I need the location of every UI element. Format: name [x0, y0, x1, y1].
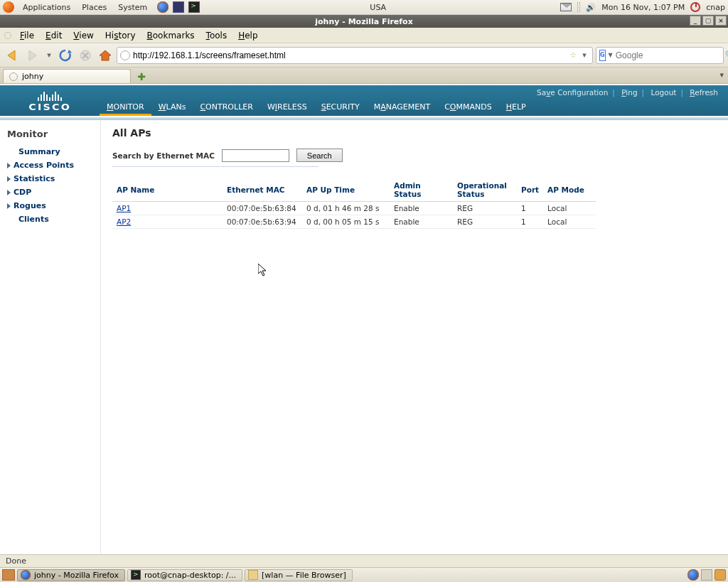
home-button[interactable] [97, 47, 114, 64]
window-close-button[interactable]: × [715, 16, 727, 26]
ap-link[interactable]: AP2 [117, 217, 131, 226]
firefox-icon [21, 570, 31, 580]
cell-port: 1 [517, 202, 543, 215]
tab-label: johny [22, 72, 43, 81]
sidebar-item-rogues[interactable]: Rogues [0, 199, 100, 212]
menu-edit[interactable]: Edit [40, 29, 68, 42]
firefox-tabbar: johny ✚ ▾ [0, 68, 728, 84]
tab-list-dropdown[interactable]: ▾ [719, 70, 724, 80]
col-ap-mode[interactable]: AP Mode [543, 178, 596, 202]
show-desktop-button[interactable] [2, 569, 15, 581]
gnome-menu-system[interactable]: System [112, 1, 153, 14]
window-minimize-button[interactable]: _ [690, 16, 701, 26]
mac-search-input[interactable] [222, 149, 289, 162]
search-go-icon[interactable]: 🔍 [725, 50, 728, 60]
menu-history[interactable]: History [100, 29, 141, 42]
col-ethernet-mac[interactable]: Ethernet MAC [223, 178, 302, 202]
col-ap-name[interactable]: AP Name [112, 178, 223, 202]
firefox-status-bar: Done [0, 554, 728, 567]
menu-view[interactable]: View [68, 29, 99, 42]
launcher-terminal-icon[interactable] [188, 1, 200, 13]
search-input[interactable] [616, 50, 722, 60]
col-port[interactable]: Port [517, 178, 543, 202]
cisco-top-links: Save Configuration| Ping| Logout| Refres… [534, 88, 721, 97]
sidebar-title: Monitor [0, 126, 100, 145]
separator-icon [577, 2, 580, 12]
tray-firefox-icon[interactable] [687, 569, 699, 581]
nav-security[interactable]: SECURITY [314, 98, 367, 116]
trash-icon[interactable] [714, 569, 726, 581]
task-label: root@cnap-desktop: /... [144, 571, 236, 580]
nav-help[interactable]: HELP [499, 98, 533, 116]
stop-button[interactable] [77, 47, 94, 64]
menu-help[interactable]: Help [232, 29, 263, 42]
user-menu[interactable]: cnap [706, 3, 725, 12]
gnome-menu-places[interactable]: Places [76, 1, 112, 14]
link-refresh[interactable]: Refresh [687, 88, 721, 97]
gnome-top-panel: Applications Places System USA 🔊 Mon 16 … [0, 0, 728, 15]
ap-link[interactable]: AP1 [117, 204, 131, 212]
cell-mode: Local [543, 215, 596, 229]
link-ping[interactable]: Ping [619, 88, 640, 97]
task-firefox[interactable]: johny - Mozilla Firefox [17, 569, 125, 581]
firefox-title-bar: johny - Mozilla Firefox _ ▢ × [0, 15, 728, 28]
nav-wlans[interactable]: WLANs [151, 98, 193, 116]
workspace-switcher[interactable] [701, 569, 712, 581]
sidebar-item-access-points[interactable]: Access Points [0, 158, 100, 172]
nav-commands[interactable]: COMMANDS [437, 98, 499, 116]
tab-johny[interactable]: johny [3, 69, 131, 83]
gnome-menu-applications[interactable]: Applications [17, 1, 76, 14]
menu-file[interactable]: File [14, 29, 40, 42]
cisco-main: All APs Search by Ethernet MAC Search AP… [101, 120, 728, 560]
back-button[interactable] [4, 47, 21, 64]
url-history-dropdown[interactable]: ▾ [579, 50, 589, 60]
task-label: [wlan — File Browser] [262, 571, 346, 580]
clock[interactable]: Mon 16 Nov, 1:07 PM [601, 3, 685, 12]
col-oper-status[interactable]: Operational Status [453, 178, 517, 202]
col-ap-up-time[interactable]: AP Up Time [302, 178, 390, 202]
url-input[interactable] [133, 50, 567, 60]
search-engine-dropdown[interactable]: ▼ [609, 52, 613, 58]
nav-management[interactable]: MANAGEMENT [367, 98, 437, 116]
col-admin-status[interactable]: Admin Status [390, 178, 453, 202]
keyboard-indicator[interactable]: USA [200, 3, 556, 12]
search-label: Search by Ethernet MAC [112, 151, 215, 160]
history-dropdown-button[interactable]: ▾ [44, 47, 54, 64]
forward-button[interactable] [24, 47, 41, 64]
nav-wireless[interactable]: WIRELESS [260, 98, 314, 116]
launcher-firefox-icon[interactable] [157, 1, 168, 13]
new-tab-button[interactable]: ✚ [135, 70, 148, 83]
sidebar-item-clients[interactable]: Clients [0, 212, 100, 226]
divider [112, 166, 318, 167]
search-bar[interactable]: G▼ 🔍 [596, 47, 724, 64]
launcher-recorder-icon[interactable] [173, 1, 184, 13]
ubuntu-logo-icon[interactable] [3, 1, 14, 13]
link-logout[interactable]: Logout [648, 88, 680, 97]
mail-icon[interactable] [560, 3, 572, 11]
status-text: Done [6, 556, 26, 566]
bookmark-star-icon[interactable]: ☆ [569, 50, 577, 60]
menu-tools[interactable]: Tools [200, 29, 233, 42]
google-engine-icon[interactable]: G [599, 50, 606, 61]
reload-button[interactable] [57, 47, 74, 64]
terminal-icon [131, 570, 141, 580]
sidebar-item-summary[interactable]: Summary [0, 145, 100, 158]
sidebar-item-statistics[interactable]: Statistics [0, 172, 100, 185]
nav-controller[interactable]: CONTROLLER [193, 98, 259, 116]
sidebar-item-cdp[interactable]: CDP [0, 185, 100, 199]
url-bar[interactable]: ☆ ▾ [117, 47, 593, 64]
cell-admin: Enable [390, 202, 453, 215]
task-file-browser[interactable]: [wlan — File Browser] [245, 569, 353, 581]
cell-oper: REG [453, 202, 517, 215]
cell-mac: 00:07:0e:5b:63:94 [223, 215, 302, 229]
cell-admin: Enable [390, 215, 453, 229]
task-terminal[interactable]: root@cnap-desktop: /... [127, 569, 242, 581]
nav-monitor[interactable]: MONITOR [100, 98, 151, 116]
shutdown-icon[interactable] [690, 2, 700, 12]
window-maximize-button[interactable]: ▢ [702, 16, 714, 26]
link-save-config[interactable]: Save Configuration [534, 88, 611, 97]
site-identity-icon[interactable] [120, 50, 130, 60]
search-button[interactable]: Search [296, 149, 343, 162]
menu-bookmarks[interactable]: Bookmarks [141, 29, 200, 42]
volume-icon[interactable]: 🔊 [586, 3, 596, 12]
